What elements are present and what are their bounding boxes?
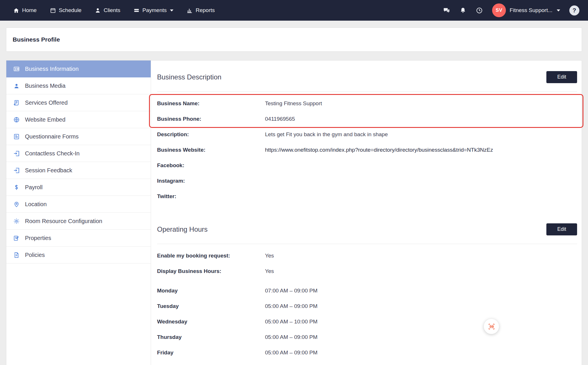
- business-description-section: Business Description Edit Business Name:…: [157, 62, 577, 204]
- field-row-business-website: Business Website: https://www.onefitstop…: [157, 142, 577, 158]
- sidebar-item-session-feedback[interactable]: Session Feedback: [6, 162, 151, 179]
- field-row-business-name: Business Name: Testing Fitness Support: [157, 96, 577, 111]
- annotation-highlight-group: Business Name: Testing Fitness Support B…: [157, 96, 577, 127]
- notifications-button[interactable]: [459, 7, 467, 14]
- sidebar-item-label: Business Information: [25, 66, 79, 72]
- field-label: Display Business Hours:: [157, 268, 265, 274]
- field-value: Yes: [265, 268, 274, 274]
- nav-item-payments[interactable]: Payments: [134, 7, 173, 13]
- business-website-link[interactable]: https://www.onefitstop.com/index.php?rou…: [265, 147, 493, 153]
- main-content: Business Description Edit Business Name:…: [151, 60, 582, 365]
- dollar-icon: [13, 184, 20, 191]
- recent-activity-button[interactable]: [476, 7, 483, 14]
- sidebar-item-label: Session Feedback: [25, 167, 72, 174]
- field-value: Testing Fitness Support: [265, 100, 322, 107]
- form-icon: [13, 133, 20, 140]
- nav-item-label: Clients: [104, 7, 120, 13]
- field-value: 0411969565: [265, 116, 295, 122]
- gear-icon: [13, 218, 20, 225]
- chevron-down-icon: [557, 9, 560, 11]
- field-row-instagram: Instagram:: [157, 173, 577, 189]
- day-label: Thursday: [157, 334, 265, 340]
- field-label: Business Website:: [157, 147, 265, 153]
- nav-item-label: Schedule: [59, 7, 82, 13]
- operating-hours-header: Operating Hours Edit: [157, 214, 577, 244]
- field-row-business-phone: Business Phone: 0411969565: [157, 111, 577, 127]
- globe-icon: [13, 116, 20, 123]
- nav-item-clients[interactable]: Clients: [95, 7, 120, 13]
- chevron-down-icon: [170, 9, 173, 11]
- sidebar-item-services-offered[interactable]: Services Offered: [6, 94, 151, 111]
- chat-icon: [443, 7, 450, 14]
- nav-item-reports[interactable]: Reports: [187, 7, 215, 13]
- account-menu[interactable]: SV Fitness Support...: [492, 3, 560, 17]
- field-row-wednesday: Wednesday 05:00 AM – 10:00 PM: [157, 314, 577, 329]
- day-label: Wednesday: [157, 319, 265, 325]
- field-row-tuesday: Tuesday 05:00 AM – 09:00 PM: [157, 298, 577, 314]
- sidebar-item-payroll[interactable]: Payroll: [6, 179, 151, 196]
- nav-item-label: Home: [22, 7, 37, 13]
- page-header-card: Business Profile: [6, 28, 582, 52]
- barcode-icon: [488, 323, 496, 331]
- day-label: Monday: [157, 288, 265, 294]
- person-icon: [95, 7, 101, 13]
- day-label: Friday: [157, 350, 265, 356]
- business-description-fields: Business Name: Testing Fitness Support B…: [157, 92, 577, 204]
- sidebar-item-label: Location: [25, 201, 47, 208]
- sidebar-item-location[interactable]: Location: [6, 196, 151, 213]
- sidebar-item-business-media[interactable]: Business Media: [6, 77, 151, 94]
- day-hours: 05:00 AM – 09:00 PM: [265, 334, 318, 340]
- bar-chart-icon: [187, 7, 193, 13]
- edit-operating-hours-button[interactable]: Edit: [546, 223, 577, 235]
- sidebar-item-label: Room Resource Configuration: [25, 218, 102, 225]
- field-value: Yes: [265, 253, 274, 259]
- day-hours: 05:00 AM – 09:00 PM: [265, 303, 318, 309]
- sidebar-item-properties[interactable]: Properties: [6, 230, 151, 247]
- person-photo-icon: [13, 83, 20, 89]
- chat-button[interactable]: [443, 7, 450, 14]
- sidebar-item-website-embed[interactable]: Website Embed: [6, 111, 151, 128]
- home-icon: [13, 7, 19, 13]
- sidebar-item-contactless-check-in[interactable]: Contactless Check-In: [6, 145, 151, 162]
- field-label: Enable my booking request:: [157, 253, 265, 259]
- help-button[interactable]: ?: [569, 5, 579, 15]
- field-value: Lets get Fit you back in the gym and bac…: [265, 131, 388, 138]
- id-card-icon: [13, 66, 20, 72]
- field-row-facebook: Facebook:: [157, 158, 577, 173]
- nav-item-label: Reports: [196, 7, 215, 13]
- sidebar-item-policies[interactable]: Policies: [6, 247, 151, 263]
- map-pin-icon: [13, 201, 20, 208]
- business-description-header: Business Description Edit: [157, 62, 577, 92]
- nav-right: SV Fitness Support... ?: [443, 3, 579, 17]
- calendar-icon: [50, 7, 56, 13]
- field-label: Description:: [157, 131, 265, 138]
- bell-icon: [459, 7, 467, 14]
- sidebar-item-business-information[interactable]: Business Information: [6, 60, 151, 77]
- edit-business-description-button[interactable]: Edit: [546, 71, 577, 83]
- sidebar-item-questionnaire-forms[interactable]: Questionnaire Forms: [6, 128, 151, 145]
- sidebar-item-label: Website Embed: [25, 116, 65, 123]
- feedback-widget-button[interactable]: [484, 319, 499, 334]
- sign-in-icon: [13, 150, 20, 157]
- payments-icon: [134, 7, 140, 13]
- sidebar-item-room-resource-configuration[interactable]: Room Resource Configuration: [6, 213, 151, 230]
- nav-item-schedule[interactable]: Schedule: [50, 7, 82, 13]
- field-label: Twitter:: [157, 193, 265, 200]
- field-row-enable-booking-request: Enable my booking request: Yes: [157, 248, 577, 263]
- sidebar-item-label: Questionnaire Forms: [25, 133, 79, 140]
- section-title: Business Description: [157, 73, 221, 81]
- document-icon: [13, 252, 20, 258]
- sidebar-item-label: Contactless Check-In: [25, 150, 80, 157]
- field-label: Instagram:: [157, 178, 265, 184]
- section-title: Operating Hours: [157, 225, 208, 233]
- sidebar-item-label: Payroll: [25, 184, 42, 191]
- day-hours: 05:00 AM – 09:00 PM: [265, 350, 318, 356]
- field-row-thursday: Thursday 05:00 AM – 09:00 PM: [157, 329, 577, 345]
- nav-item-home[interactable]: Home: [13, 7, 37, 13]
- page-title: Business Profile: [13, 36, 60, 43]
- sidebar-item-label: Properties: [25, 235, 51, 241]
- sidebar-item-label: Policies: [25, 252, 45, 258]
- account-name: Fitness Support...: [510, 7, 552, 13]
- field-row-monday: Monday 07:00 AM – 09:00 PM: [157, 283, 577, 298]
- avatar: SV: [492, 3, 506, 17]
